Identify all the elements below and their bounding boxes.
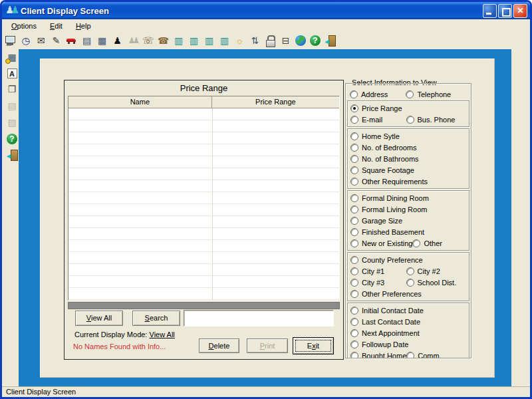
option-last-contact-date[interactable]: Last Contact Date [350,318,420,326]
phone-icon[interactable]: ☎ [158,35,169,47]
menu-help[interactable]: Help [70,21,96,31]
maximize-button[interactable] [498,4,512,18]
home-sytle-radio[interactable] [350,132,358,140]
formal-living-room-radio[interactable] [350,205,358,213]
bus-phone-radio[interactable] [406,116,414,124]
option-formal-living-room[interactable]: Formal Living Room [350,205,427,213]
option-finished-basement[interactable]: Finished Basement [350,228,424,236]
school-dist-radio[interactable] [406,279,414,287]
option-bus-phone[interactable]: Bus. Phone [406,116,456,124]
search-input[interactable] [184,310,334,327]
option-no-of-bathrooms[interactable]: No. of Bathrooms [350,155,419,163]
exit-button[interactable]: Exit [293,337,334,354]
last-contact-date-radio[interactable] [350,318,358,326]
option-comm[interactable]: Comm. [406,352,441,359]
option-other-preferences[interactable]: Other Preferences [350,290,422,298]
followup-date-radio[interactable] [350,340,358,348]
horizontal-scrollbar[interactable] [68,302,340,309]
help-icon[interactable]: ? [7,134,17,144]
option-city-2[interactable]: City #2 [406,267,440,275]
option-no-of-bedrooms[interactable]: No. of Bedrooms [350,144,417,152]
close-button[interactable] [513,4,527,18]
font-icon[interactable]: A [7,68,17,78]
person-icon[interactable]: ♟ [112,35,123,47]
option-other[interactable]: Other [412,239,442,247]
option-followup-date[interactable]: Followup Date [350,340,408,348]
option-address[interactable]: Address [350,90,406,98]
other-preferences-radio[interactable] [350,290,358,298]
printer-icon[interactable]: ⊟ [280,35,291,47]
address-radio[interactable] [350,90,358,98]
table-row[interactable] [68,288,339,300]
help-icon[interactable]: ? [310,35,321,46]
table-row[interactable] [68,276,339,288]
column-header-price-range[interactable]: Price Range [212,96,339,108]
building-icon-1[interactable]: ▥ [173,35,184,47]
menu-edit[interactable]: Edit [45,21,68,31]
table-row[interactable] [68,108,339,120]
table-row[interactable] [68,156,339,168]
table-row[interactable] [68,120,339,132]
exit-icon[interactable] [7,150,18,161]
computer-icon[interactable] [5,35,16,47]
option-telephone[interactable]: Telephone [406,90,451,98]
next-appointment-radio[interactable] [350,329,358,337]
price-range-radio[interactable] [350,104,358,112]
notes-icon[interactable]: ✎ [51,35,62,47]
table-row[interactable] [68,204,339,216]
no-of-bathrooms-radio[interactable] [350,155,358,163]
telephone-radio[interactable] [406,90,414,98]
option-county-preference[interactable]: County Preference [350,256,423,264]
table-row[interactable] [68,264,339,276]
option-formal-dining-room[interactable]: Formal Dining Room [350,194,429,202]
table-row[interactable] [68,252,339,264]
option-other-requirements[interactable]: Other Requirements [350,178,428,186]
copy-icon[interactable]: ❐ [7,84,18,95]
option-price-range[interactable]: Price Range [350,104,406,112]
schedule-icon[interactable]: ▦ [96,35,108,47]
option-e-mail[interactable]: E-mail [350,116,406,124]
table-row[interactable] [68,192,339,204]
option-city-3[interactable]: City #3 [350,279,406,287]
option-initial-contact-date[interactable]: Initial Contact Date [350,307,424,315]
menu-options[interactable]: Options [6,21,42,31]
table-row[interactable] [68,216,339,228]
option-bought-home[interactable]: Bought Home [350,352,406,359]
new-or-existing-radio[interactable] [350,239,358,247]
delete-button[interactable]: Delete [199,338,239,353]
comm-radio[interactable] [406,352,414,359]
finished-basement-radio[interactable] [350,228,358,236]
option-next-appointment[interactable]: Next Appointment [350,329,420,337]
city-2-radio[interactable] [406,267,414,275]
table-row[interactable] [68,132,339,144]
no-of-bedrooms-radio[interactable] [350,144,358,152]
square-footage-radio[interactable] [350,166,358,174]
other-radio[interactable] [412,239,420,247]
sort-icon[interactable]: ⇅ [249,35,261,47]
minimize-button[interactable] [483,4,497,18]
option-garage-size[interactable]: Garage Size [350,217,406,225]
calendar-icon[interactable]: ▤ [81,35,92,47]
option-new-or-existing[interactable]: New or Existing [350,239,412,247]
column-header-name[interactable]: Name [68,96,212,108]
globe-icon[interactable] [295,35,306,46]
table-row[interactable] [68,180,339,192]
option-home-sytle[interactable]: Home Sytle [350,132,406,140]
search-button[interactable]: Search [132,311,180,326]
building-icon-2[interactable]: ▥ [188,35,200,47]
table-row[interactable] [68,228,339,240]
spreadsheet-icon[interactable]: ▦ [7,52,18,63]
contacts-icon[interactable]: ☏ [142,35,154,47]
building-icon-4[interactable]: ▥ [219,35,230,47]
county-preference-radio[interactable] [350,256,358,264]
e-mail-radio[interactable] [350,116,358,124]
formal-dining-room-radio[interactable] [350,194,358,202]
option-school-dist[interactable]: School Dist. [406,279,457,287]
exit-icon[interactable] [325,35,336,47]
option-square-footage[interactable]: Square Footage [350,166,414,174]
other-requirements-radio[interactable] [350,178,358,186]
city-1-radio[interactable] [350,267,358,275]
table-row[interactable] [68,240,339,252]
garage-size-radio[interactable] [350,217,358,225]
initial-contact-date-radio[interactable] [350,307,358,315]
